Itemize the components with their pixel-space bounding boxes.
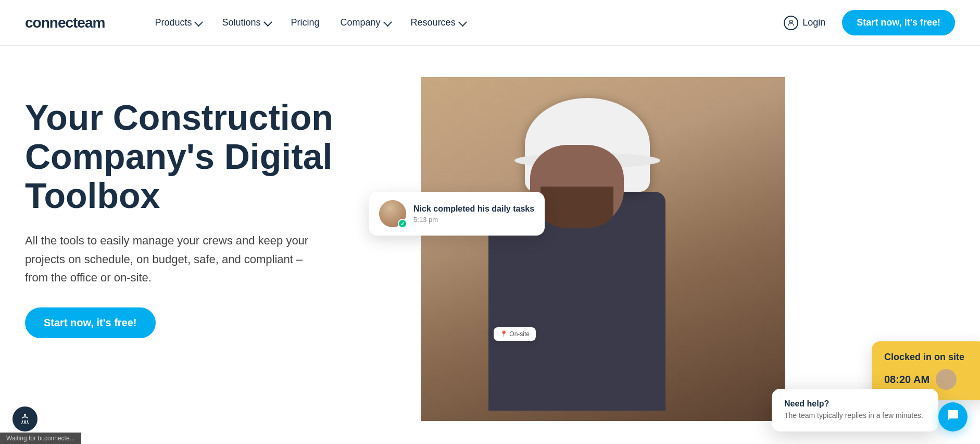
- chat-title: Need help?: [784, 399, 926, 409]
- nav-solutions[interactable]: Solutions: [213, 13, 278, 32]
- svg-point-1: [24, 414, 26, 416]
- logo-text: connecteam: [25, 15, 105, 31]
- nav-products-chevron-icon: [194, 18, 203, 27]
- hero-worker-photo: [421, 77, 785, 421]
- status-text: Waiting for bi.connecte...: [6, 435, 75, 442]
- nick-notification-card: Nick completed his daily tasks 5:13 pm: [369, 192, 545, 236]
- nav-company-label: Company: [341, 17, 381, 28]
- hero-section: Your Construction Company's Digital Tool…: [0, 46, 980, 444]
- nav-resources[interactable]: Resources: [403, 13, 473, 32]
- nav-company[interactable]: Company: [332, 13, 398, 32]
- accessibility-button[interactable]: [12, 406, 37, 431]
- chat-widget: Need help? The team typically replies in…: [772, 389, 938, 431]
- nick-check-badge: [398, 219, 407, 228]
- nav-pricing[interactable]: Pricing: [283, 13, 328, 32]
- status-bar: Waiting for bi.connecte...: [0, 433, 81, 444]
- navbar-cta-label: Start now, it's free!: [857, 17, 940, 28]
- logo[interactable]: connecteam: [25, 15, 105, 31]
- chat-bubble-icon: [947, 409, 959, 425]
- onsite-tag: 📍 On-site: [494, 327, 536, 341]
- nav-resources-chevron-icon: [458, 18, 467, 27]
- nav-solutions-label: Solutions: [222, 17, 260, 28]
- clocked-in-title: Clocked in on site: [884, 352, 974, 363]
- nick-notif-title: Nick completed his daily tasks: [413, 204, 534, 215]
- login-label: Login: [802, 17, 825, 28]
- account-icon: [784, 16, 798, 30]
- hero-cta-label: Start now, it's free!: [44, 317, 137, 328]
- chat-text-block: Need help? The team typically replies in…: [784, 399, 926, 421]
- hero-subtitle: All the tools to easily manage your crew…: [25, 231, 317, 287]
- nav-company-chevron-icon: [383, 18, 392, 27]
- clocked-in-row: 08:20 AM: [884, 369, 974, 390]
- svg-point-0: [790, 20, 793, 22]
- chat-bubble-button[interactable]: [938, 402, 968, 431]
- worker-beard: [541, 187, 613, 228]
- nick-notif-time: 5:13 pm: [413, 216, 534, 224]
- hero-title: Your Construction Company's Digital Tool…: [25, 98, 358, 215]
- nav-links: Products Solutions Pricing Company Resou…: [146, 13, 775, 32]
- hero-left: Your Construction Company's Digital Tool…: [25, 77, 358, 338]
- onsite-tag-text: 📍 On-site: [500, 330, 530, 338]
- clocked-in-time: 08:20 AM: [884, 374, 929, 386]
- navbar-cta-button[interactable]: Start now, it's free!: [842, 10, 955, 35]
- accessibility-icon: [19, 413, 31, 425]
- hero-cta-button[interactable]: Start now, it's free!: [25, 307, 156, 338]
- nav-solutions-chevron-icon: [263, 18, 272, 27]
- clocked-avatar: [936, 369, 957, 390]
- nick-notif-text: Nick completed his daily tasks 5:13 pm: [413, 204, 534, 224]
- login-button[interactable]: Login: [775, 11, 834, 34]
- nav-resources-label: Resources: [411, 17, 456, 28]
- navbar: connecteam Products Solutions Pricing Co…: [0, 0, 980, 46]
- nav-products-label: Products: [155, 17, 192, 28]
- chat-subtitle: The team typically replies in a few minu…: [784, 411, 926, 421]
- nav-pricing-label: Pricing: [291, 17, 320, 28]
- nav-products[interactable]: Products: [146, 13, 209, 32]
- hero-right: Nick completed his daily tasks 5:13 pm 📍…: [379, 77, 955, 421]
- nav-actions: Login Start now, it's free!: [775, 10, 955, 35]
